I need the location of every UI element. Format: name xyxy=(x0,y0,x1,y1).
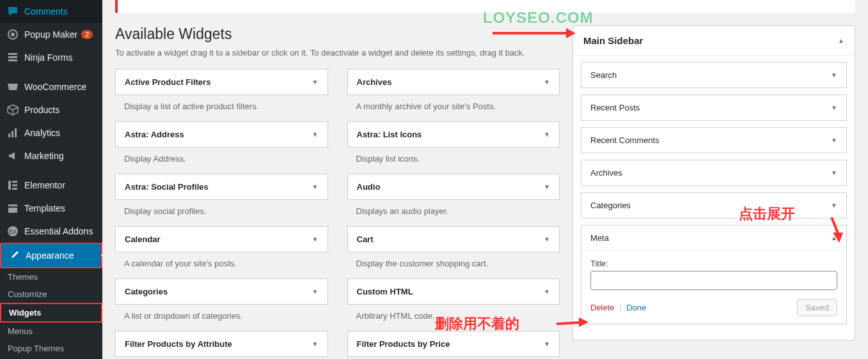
caret-up-icon: ▲ xyxy=(838,37,844,44)
available-widget-astra-list-icons[interactable]: Astra: List Icons▼ xyxy=(347,121,560,148)
widget-desc: Display Address. xyxy=(115,148,328,167)
widget-desc: A list or dropdown of categories. xyxy=(115,305,328,325)
available-widget-filter-products-by-price[interactable]: Filter Products by Price▼ xyxy=(347,331,560,357)
submenu-menus[interactable]: Menus xyxy=(0,323,102,340)
available-widget-astra-social-profiles[interactable]: Astra: Social Profiles▼ xyxy=(115,174,328,200)
menu-item-templates[interactable]: Templates xyxy=(0,197,102,220)
caret-down-icon: ▼ xyxy=(312,131,319,138)
sidebar-widget-categories: Categories▼ xyxy=(581,192,847,218)
svg-point-1 xyxy=(11,33,15,36)
widget-name: Categories xyxy=(590,201,631,210)
widget-name: Archives xyxy=(357,77,392,87)
caret-down-icon: ▼ xyxy=(831,169,837,176)
submenu-popup-themes[interactable]: Popup Themes xyxy=(0,340,102,357)
caret-down-icon: ▼ xyxy=(312,183,319,190)
menu-item-appearance[interactable]: Appearance xyxy=(0,243,102,268)
svg-text:EA: EA xyxy=(9,229,17,235)
sidebar-widget-header[interactable]: Archives▼ xyxy=(581,160,846,185)
badge: 2 xyxy=(81,30,93,39)
title-label: Title: xyxy=(590,259,837,268)
sidebar-widget-recent-posts: Recent Posts▼ xyxy=(581,95,847,121)
available-widget-filter-products-by-attribute[interactable]: Filter Products by Attribute▼ xyxy=(115,331,328,357)
submenu-customize[interactable]: Customize xyxy=(0,286,102,303)
saved-button[interactable]: Saved xyxy=(797,299,837,316)
svg-rect-8 xyxy=(8,181,11,190)
sidebar-widget-header[interactable]: Recent Comments▼ xyxy=(581,128,846,153)
menu-item-comments[interactable]: Comments xyxy=(0,0,102,23)
available-widget-calendar[interactable]: Calendar▼ xyxy=(115,226,328,252)
menu-label: Essential Addons xyxy=(24,226,93,236)
widget-name: Search xyxy=(590,70,617,80)
available-widgets-title: Available Widgets xyxy=(115,26,560,43)
available-widget-audio[interactable]: Audio▼ xyxy=(347,174,560,200)
widget-name: Filter Products by Attribute xyxy=(125,339,232,349)
menu-label: Ninja Forms xyxy=(24,52,72,63)
widget-name: Audio xyxy=(357,182,381,192)
menu-item-ninja-forms[interactable]: Ninja Forms xyxy=(0,46,102,69)
comment-icon xyxy=(6,5,19,18)
sidebar-widget-header[interactable]: Search▼ xyxy=(581,63,846,88)
separator: | xyxy=(619,303,621,312)
delete-link[interactable]: Delete xyxy=(590,303,615,312)
content-area: LOYSEO.COM Available Widgets To activate… xyxy=(102,0,868,359)
svg-rect-7 xyxy=(15,128,17,137)
menu-label: WooCommerce xyxy=(24,82,86,92)
menu-item-marketing[interactable]: Marketing xyxy=(0,144,102,167)
svg-rect-11 xyxy=(12,188,17,190)
submenu-themes[interactable]: Themes xyxy=(0,268,102,286)
caret-down-icon: ▼ xyxy=(544,131,550,138)
available-widget-active-product-filters[interactable]: Active Product Filters▼ xyxy=(115,69,328,95)
caret-down-icon: ▼ xyxy=(312,340,319,348)
widget-name: Cart xyxy=(357,234,374,244)
widget-desc: Display a list of active product filters… xyxy=(115,95,328,115)
widget-name: Categories xyxy=(125,287,168,296)
marketing-icon xyxy=(6,149,19,162)
menu-label: Templates xyxy=(24,203,65,213)
menu-item-woocommerce[interactable]: WooCommerce xyxy=(0,75,102,98)
widget-name: Astra: Address xyxy=(125,130,184,139)
elementor-icon xyxy=(6,179,19,192)
widget-desc: A monthly archive of your site's Posts. xyxy=(347,95,560,115)
widget-title-input[interactable] xyxy=(590,271,837,290)
addons-icon: EA xyxy=(6,225,19,238)
menu-item-essential-addons[interactable]: EAEssential Addons xyxy=(0,220,102,243)
widget-desc: Displays an audio player. xyxy=(347,200,560,220)
menu-label: Appearance xyxy=(26,250,74,261)
analytics-icon xyxy=(6,126,19,139)
sidebar-widget-meta: Meta ▲ Title: Delete | Done xyxy=(581,225,847,325)
sidebar-widget-header[interactable]: Recent Posts▼ xyxy=(581,95,846,120)
svg-rect-10 xyxy=(12,185,17,187)
templates-icon xyxy=(6,202,19,215)
caret-down-icon: ▼ xyxy=(831,104,837,111)
widget-name: Recent Posts xyxy=(590,103,640,112)
widget-name: Calendar xyxy=(125,234,161,244)
menu-item-products[interactable]: Products xyxy=(0,98,102,121)
menu-label: Analytics xyxy=(24,128,60,138)
main-sidebar-header[interactable]: Main Sidebar ▲ xyxy=(573,26,855,56)
sidebar-widget-meta-header[interactable]: Meta ▲ xyxy=(581,225,846,250)
caret-down-icon: ▼ xyxy=(831,72,837,79)
sidebar-widget-header[interactable]: Categories▼ xyxy=(581,193,846,218)
available-widget-archives[interactable]: Archives▼ xyxy=(347,69,560,95)
widget-name: Custom HTML xyxy=(357,287,413,296)
menu-item-analytics[interactable]: Analytics xyxy=(0,121,102,144)
available-widget-categories[interactable]: Categories▼ xyxy=(115,279,328,305)
available-widgets-desc: To activate a widget drag it to a sideba… xyxy=(115,48,560,57)
available-widget-custom-html[interactable]: Custom HTML▼ xyxy=(347,279,560,305)
main-sidebar-title: Main Sidebar xyxy=(583,35,643,46)
available-widget-cart[interactable]: Cart▼ xyxy=(347,226,560,252)
caret-down-icon: ▼ xyxy=(312,79,319,86)
form-icon xyxy=(6,51,19,64)
available-widget-astra-address[interactable]: Astra: Address▼ xyxy=(115,121,328,148)
done-link[interactable]: Done xyxy=(626,303,646,312)
caret-down-icon: ▼ xyxy=(831,202,837,209)
caret-down-icon: ▼ xyxy=(831,137,837,144)
caret-down-icon: ▼ xyxy=(544,288,550,295)
caret-down-icon: ▼ xyxy=(544,236,550,243)
submenu-widgets[interactable]: Widgets xyxy=(0,303,102,323)
menu-item-popup-maker[interactable]: Popup Maker2 xyxy=(0,23,102,46)
widget-name: Archives xyxy=(590,168,622,178)
admin-sidebar: CommentsPopup Maker2Ninja FormsWooCommer… xyxy=(0,0,102,359)
widget-name: Active Product Filters xyxy=(125,77,210,87)
menu-item-elementor[interactable]: Elementor xyxy=(0,174,102,197)
